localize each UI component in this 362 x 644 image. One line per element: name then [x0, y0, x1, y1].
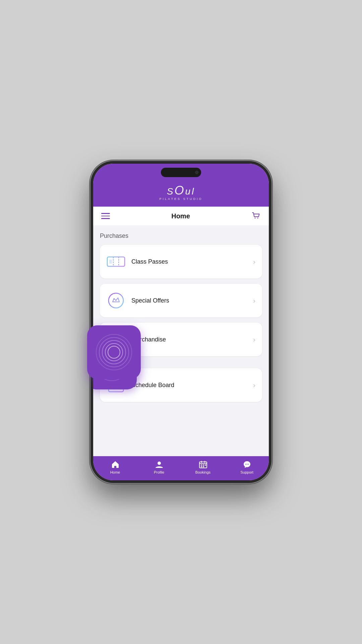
chevron-right-icon: ›	[253, 336, 255, 343]
svg-rect-23	[203, 465, 204, 466]
svg-point-1	[257, 218, 258, 219]
phone-shell: SOul PILATES STUDIO Home	[90, 161, 272, 483]
svg-point-29	[248, 464, 248, 465]
nav-profile-label: Profile	[154, 470, 164, 474]
chevron-right-icon: ›	[253, 297, 255, 305]
nav-bookings-label: Bookings	[195, 470, 210, 474]
notch-area	[93, 164, 269, 181]
nav-bar: Home	[93, 207, 269, 226]
calendar-nav-icon	[199, 460, 207, 469]
schedule-board-label: Schedule Board	[131, 382, 253, 389]
phone-screen: SOul PILATES STUDIO Home	[93, 164, 269, 480]
svg-rect-5	[109, 260, 112, 264]
nav-profile[interactable]: Profile	[146, 460, 173, 474]
svg-point-0	[254, 218, 255, 219]
svg-rect-26	[203, 466, 204, 467]
brand-subtitle: PILATES STUDIO	[160, 197, 203, 201]
svg-rect-25	[201, 466, 202, 467]
brand-logo: SOul	[167, 184, 195, 197]
chat-icon	[243, 460, 251, 469]
brand-header: SOul PILATES STUDIO	[93, 181, 269, 207]
nav-home-label: Home	[110, 470, 120, 474]
nav-bookings[interactable]: Bookings	[190, 460, 217, 474]
merchandise-label: Merchandise	[131, 336, 253, 343]
purchases-section-title: Purchases	[100, 232, 262, 239]
dynamic-island	[161, 168, 201, 177]
svg-point-17	[158, 462, 161, 465]
class-passes-item[interactable]: Class Passes ›	[100, 245, 262, 278]
book-now-float-button[interactable]	[87, 325, 141, 379]
special-offers-label: Special Offers	[131, 297, 253, 304]
special-offers-item[interactable]: Special Offers ›	[100, 284, 262, 317]
camera-dot	[195, 171, 198, 174]
svg-point-27	[245, 464, 246, 465]
class-passes-label: Class Passes	[131, 258, 253, 265]
hamburger-button[interactable]	[101, 213, 110, 219]
svg-rect-22	[201, 465, 202, 466]
nav-home[interactable]: Home	[102, 460, 129, 474]
svg-point-28	[246, 464, 247, 465]
chevron-right-icon: ›	[253, 381, 255, 389]
page-title: Home	[171, 212, 190, 220]
cart-button[interactable]	[251, 211, 261, 221]
person-icon	[155, 460, 164, 469]
home-icon	[111, 460, 120, 469]
crown-icon	[107, 291, 125, 310]
nav-support-label: Support	[240, 470, 253, 474]
chevron-right-icon: ›	[253, 258, 255, 266]
phone-wrapper: SOul PILATES STUDIO Home	[90, 161, 272, 483]
bottom-nav: Home Profile	[93, 456, 269, 480]
svg-rect-24	[205, 465, 206, 466]
nav-support[interactable]: Support	[234, 460, 260, 474]
ticket-icon	[107, 252, 125, 271]
